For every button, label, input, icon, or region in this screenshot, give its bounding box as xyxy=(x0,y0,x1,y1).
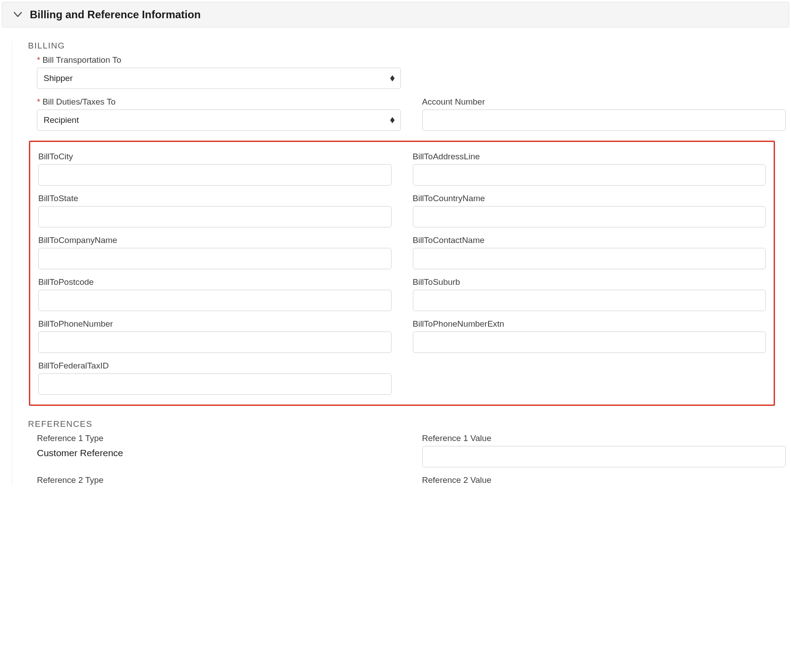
billto-state-input[interactable] xyxy=(38,206,391,227)
section-body: BILLING Bill Transportation To Bill Duti… xyxy=(12,41,791,485)
billto-city-field: BillToCity xyxy=(38,152,391,186)
billto-phonenumberextn-input[interactable] xyxy=(413,332,766,353)
billto-contactname-field: BillToContactName xyxy=(413,235,766,269)
reference-1-type-field: Reference 1 Type Customer Reference xyxy=(37,433,401,458)
billto-phonenumberextn-label: BillToPhoneNumberExtn xyxy=(413,319,766,329)
billto-companyname-field: BillToCompanyName xyxy=(38,235,391,269)
reference-2-type-field: Reference 2 Type xyxy=(37,475,401,485)
reference-1-value-label: Reference 1 Value xyxy=(422,433,786,443)
billto-postcode-field: BillToPostcode xyxy=(38,277,391,311)
reference-1-type-label: Reference 1 Type xyxy=(37,433,401,443)
bill-duties-taxes-to-select[interactable] xyxy=(37,109,401,131)
billto-countryname-field: BillToCountryName xyxy=(413,194,766,227)
billto-phonenumberextn-field: BillToPhoneNumberExtn xyxy=(413,319,766,353)
billto-state-field: BillToState xyxy=(38,194,391,227)
billto-countryname-label: BillToCountryName xyxy=(413,194,766,203)
billto-suburb-field: BillToSuburb xyxy=(413,277,766,311)
billto-city-input[interactable] xyxy=(38,164,391,186)
billto-suburb-label: BillToSuburb xyxy=(413,277,766,287)
bill-duties-taxes-to-label: Bill Duties/Taxes To xyxy=(37,97,401,107)
references-group-title: REFERENCES xyxy=(28,419,786,429)
billto-postcode-label: BillToPostcode xyxy=(38,277,391,287)
reference-2-value-field: Reference 2 Value xyxy=(422,475,786,485)
billto-phonenumber-label: BillToPhoneNumber xyxy=(38,319,391,329)
billto-contactname-label: BillToContactName xyxy=(413,235,766,245)
reference-2-type-label: Reference 2 Type xyxy=(37,475,401,485)
billing-group-title: BILLING xyxy=(28,41,786,51)
billto-contactname-input[interactable] xyxy=(413,248,766,269)
account-number-label: Account Number xyxy=(422,97,786,107)
billto-federaltaxid-label: BillToFederalTaxID xyxy=(38,361,391,371)
billto-city-label: BillToCity xyxy=(38,152,391,162)
reference-2-value-label: Reference 2 Value xyxy=(422,475,786,485)
billto-highlight-box: BillToCity BillToAddressLine BillToState… xyxy=(29,141,775,406)
billto-addressline-field: BillToAddressLine xyxy=(413,152,766,186)
billto-state-label: BillToState xyxy=(38,194,391,203)
billto-federaltaxid-field: BillToFederalTaxID xyxy=(38,361,391,395)
reference-1-value-field: Reference 1 Value xyxy=(422,433,786,467)
bill-duties-taxes-to-field: Bill Duties/Taxes To xyxy=(37,97,401,131)
bill-transportation-to-select-wrap xyxy=(37,68,401,89)
section-header[interactable]: Billing and Reference Information xyxy=(2,2,789,28)
billto-companyname-input[interactable] xyxy=(38,248,391,269)
billto-federaltaxid-input[interactable] xyxy=(38,373,391,395)
billto-phonenumber-input[interactable] xyxy=(38,332,391,353)
bill-transportation-to-field: Bill Transportation To xyxy=(37,55,401,89)
billto-addressline-label: BillToAddressLine xyxy=(413,152,766,162)
billto-countryname-input[interactable] xyxy=(413,206,766,227)
billto-suburb-input[interactable] xyxy=(413,290,766,311)
bill-duties-taxes-to-select-wrap xyxy=(37,109,401,131)
billto-companyname-label: BillToCompanyName xyxy=(38,235,391,245)
section-title: Billing and Reference Information xyxy=(30,8,201,21)
reference-1-type-value: Customer Reference xyxy=(37,446,401,458)
reference-1-value-input[interactable] xyxy=(422,446,786,467)
account-number-input[interactable] xyxy=(422,109,786,131)
billto-addressline-input[interactable] xyxy=(413,164,766,186)
billto-postcode-input[interactable] xyxy=(38,290,391,311)
chevron-down-icon xyxy=(13,10,23,20)
bill-transportation-to-label: Bill Transportation To xyxy=(37,55,401,65)
bill-transportation-to-select[interactable] xyxy=(37,68,401,89)
billto-phonenumber-field: BillToPhoneNumber xyxy=(38,319,391,353)
account-number-field: Account Number xyxy=(422,97,786,131)
